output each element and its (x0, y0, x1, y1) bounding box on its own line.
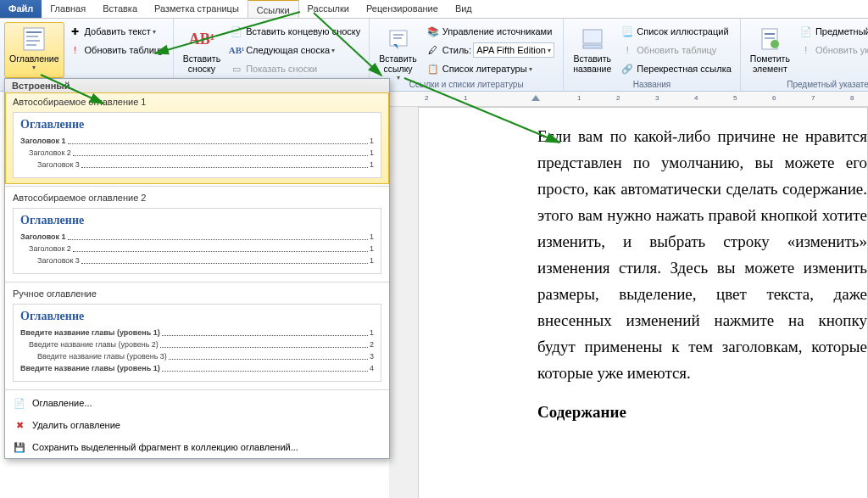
svg-rect-7 (393, 37, 402, 39)
indent-marker[interactable] (531, 95, 540, 101)
toc-preview: ОглавлениеВведите название главы (уровен… (13, 304, 381, 382)
bibliography-icon: 📋 (426, 62, 440, 76)
list-icon: 📃 (620, 25, 634, 38)
group-citations: Вставить ссылку ▾ 📚 Управление источника… (370, 19, 564, 92)
insert-citation-label: Вставить ссылку (379, 53, 417, 74)
tabs-bar: Файл Главная Вставка Разметка страницы С… (0, 0, 868, 19)
tab-home[interactable]: Главная (42, 0, 94, 18)
toc-option[interactable]: Автособираемое оглавление 1ОглавлениеЗаг… (5, 92, 389, 184)
bibliography-button[interactable]: 📋 Список литературы ▾ (422, 59, 559, 78)
crossref-icon: 🔗 (620, 62, 634, 76)
chevron-down-icon: ▾ (153, 28, 156, 36)
tab-review[interactable]: Рецензирование (358, 0, 447, 18)
next-footnote-icon: AB¹ (230, 43, 243, 57)
toc-button[interactable]: Оглавление ▾ (4, 22, 64, 78)
next-footnote-label: Следующая сноска (246, 45, 330, 55)
toc-save-label: Сохранить выделенный фрагмент в коллекци… (32, 442, 298, 452)
toc-line: Введите название главы (уровень 1)4 (20, 362, 374, 374)
group-captions-label: Названия (568, 79, 736, 92)
tab-file[interactable]: Файл (0, 0, 42, 18)
endnote-icon: 📄 (230, 25, 243, 38)
svg-rect-0 (24, 28, 44, 50)
svg-rect-1 (26, 31, 42, 33)
chevron-down-icon: ▾ (529, 65, 532, 73)
citation-style-button[interactable]: 🖊 Стиль: APA Fifth Edition (422, 41, 559, 59)
cross-reference-label: Перекрестная ссылка (637, 64, 732, 74)
update-icon: ! (799, 43, 813, 57)
group-index: Пометить элемент 📄 Предметный указатель … (741, 19, 868, 92)
toc-preview-title: Оглавление (20, 118, 374, 131)
toc-icon (20, 25, 47, 53)
separator (5, 186, 389, 187)
ruler[interactable]: 21123456789 (389, 92, 868, 107)
insert-index-label: Предметный указатель (815, 26, 868, 36)
toc-remove-label: Удалить оглавление (32, 420, 120, 430)
update-index-button[interactable]: ! Обновить указатель (795, 41, 868, 59)
add-text-label: Добавить текст (85, 26, 151, 36)
svg-rect-3 (26, 40, 40, 42)
tab-layout[interactable]: Разметка страницы (146, 0, 248, 18)
style-icon: 🖊 (426, 43, 440, 57)
update-toc-button[interactable]: ! Обновить таблицу (64, 41, 169, 59)
manage-sources-label: Управление источниками (442, 26, 552, 36)
insert-caption-button[interactable]: Вставить название (568, 22, 616, 78)
show-footnotes-icon: ▭ (230, 62, 243, 76)
update-index-label: Обновить указатель (815, 45, 868, 55)
toc-option[interactable]: Ручное оглавлениеОглавлениеВведите назва… (5, 284, 389, 388)
update-figures-button[interactable]: ! Обновить таблицу (616, 41, 736, 59)
toc-label: Оглавление (9, 53, 59, 64)
insert-citation-button[interactable]: Вставить ссылку ▾ (374, 22, 422, 78)
endnote-label: Вставить концевую сноску (246, 26, 360, 36)
update-icon: ! (620, 43, 634, 57)
style-label: Стиль: (442, 45, 471, 55)
insert-endnote-button[interactable]: 📄 Вставить концевую сноску (225, 22, 364, 41)
show-footnotes-label: Показать сноски (246, 64, 317, 74)
toc-line: Заголовок 21 (20, 147, 374, 159)
table-of-figures-button[interactable]: 📃 Список иллюстраций (616, 22, 736, 41)
body-text: Если вам по какой-либо причине не нравит… (537, 123, 867, 386)
toc-line: Заголовок 21 (20, 243, 374, 255)
insert-footnote-button[interactable]: AB¹ Вставить сноску (178, 22, 226, 78)
document-area: 21123456789 Если вам по какой-либо причи… (389, 92, 868, 498)
cross-reference-button[interactable]: 🔗 Перекрестная ссылка (616, 59, 736, 78)
show-footnotes-button[interactable]: ▭ Показать сноски (225, 59, 364, 78)
tab-insert[interactable]: Вставка (94, 0, 146, 18)
update-figures-label: Обновить таблицу (637, 45, 716, 55)
mark-entry-label: Пометить элемент (750, 53, 790, 74)
add-text-icon: ✚ (69, 25, 82, 38)
svg-rect-11 (765, 33, 775, 35)
manage-sources-button[interactable]: 📚 Управление источниками (422, 22, 559, 41)
tab-references[interactable]: Ссылки (248, 0, 299, 18)
svg-rect-9 (583, 45, 602, 48)
mark-entry-icon (756, 25, 783, 53)
next-footnote-button[interactable]: AB¹ Следующая сноска ▾ (225, 41, 364, 59)
add-text-button[interactable]: ✚ Добавить текст ▾ (64, 22, 169, 41)
toc-preview: ОглавлениеЗаголовок 11Заголовок 21Заголо… (13, 112, 381, 178)
svg-point-13 (771, 40, 779, 48)
tab-mailings[interactable]: Рассылки (299, 0, 358, 18)
insert-caption-label: Вставить название (573, 53, 611, 74)
toc-line: Заголовок 31 (20, 255, 374, 266)
toc-line: Заголовок 31 (20, 159, 374, 171)
content-heading: Содержание (537, 403, 867, 422)
insert-index-button[interactable]: 📄 Предметный указатель (795, 22, 868, 41)
toc-remove-button[interactable]: ✖ Удалить оглавление (5, 414, 389, 436)
toc-option-title: Ручное оглавление (13, 288, 381, 299)
toc-line: Заголовок 11 (20, 231, 374, 243)
toc-line: Введите название главы (уровень 1)1 (20, 327, 374, 339)
svg-rect-2 (26, 36, 38, 37)
separator (5, 282, 389, 283)
bibliography-label: Список литературы (442, 64, 527, 74)
toc-save-selection-button[interactable]: 💾 Сохранить выделенный фрагмент в коллек… (5, 436, 389, 458)
tab-view[interactable]: Вид (447, 0, 481, 18)
toc-option[interactable]: Автособираемое оглавление 2ОглавлениеЗаг… (5, 188, 389, 280)
group-citations-label: Ссылки и списки литературы (374, 79, 559, 92)
index-icon: 📄 (799, 25, 813, 38)
style-select[interactable]: APA Fifth Edition (473, 42, 554, 58)
mark-entry-button[interactable]: Пометить элемент (745, 22, 795, 78)
citation-icon (385, 25, 412, 53)
toc-option-title: Автособираемое оглавление 2 (13, 193, 381, 203)
group-index-label: Предметный указатель (745, 79, 868, 92)
toc-custom-button[interactable]: 📄 Оглавление... (5, 392, 389, 414)
page[interactable]: Если вам по какой-либо причине не нравит… (418, 107, 868, 498)
